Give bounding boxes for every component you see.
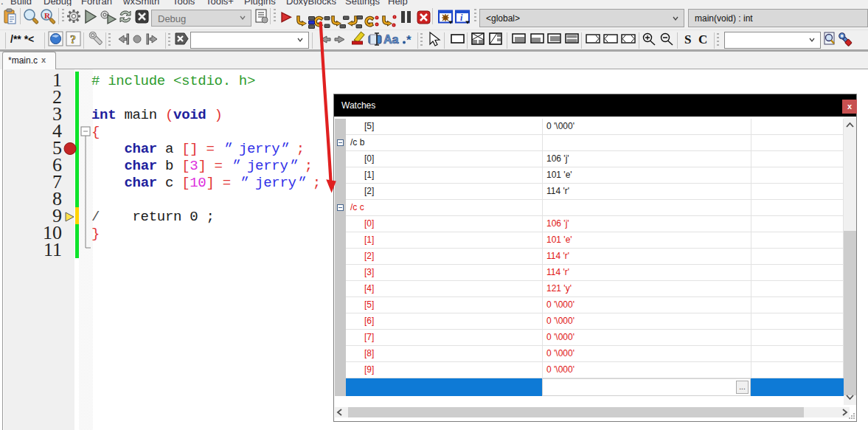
svg-text:Aa: Aa: [383, 33, 399, 46]
svg-text:R: R: [44, 11, 51, 20]
svg-text:?: ?: [70, 33, 76, 46]
svg-text:*: *: [406, 33, 412, 47]
